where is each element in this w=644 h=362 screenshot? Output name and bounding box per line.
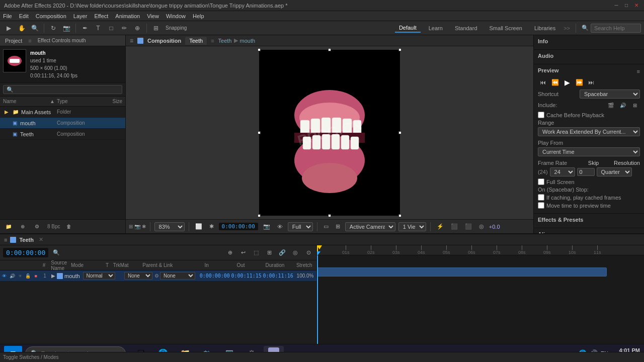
handle-ml[interactable]: [258, 131, 261, 134]
menu-composition[interactable]: Composition: [36, 13, 66, 19]
zoom-select[interactable]: 83% 100% 50%: [154, 222, 185, 231]
panel-menu-icon[interactable]: ≡: [130, 37, 133, 44]
preview-toggle[interactable]: ⊞: [150, 23, 162, 34]
col-size-header[interactable]: Size: [97, 99, 122, 104]
layer-label-icon[interactable]: ■: [32, 273, 39, 280]
canvas-area[interactable]: RRCG.CN: [126, 46, 533, 219]
layer-dur[interactable]: 0:00:11:16: [262, 273, 294, 279]
play-from-select[interactable]: Current Time: [538, 147, 640, 156]
workspace-more-icon[interactable]: >>: [564, 25, 570, 31]
move-time-checkbox[interactable]: [538, 202, 544, 209]
menu-window[interactable]: Window: [166, 13, 186, 19]
project-tab[interactable]: Project ≡ Effect Controls mouth: [0, 35, 125, 46]
tl-tool6[interactable]: ◎: [290, 248, 300, 258]
menu-effect[interactable]: Effect: [94, 13, 108, 19]
select-tool[interactable]: ▶: [3, 23, 14, 34]
layer-mode-select[interactable]: Normal: [83, 272, 115, 280]
resolution-select-preview[interactable]: Quarter Half Full: [597, 167, 632, 176]
project-item-main-assets[interactable]: ▶ 📁 Main Assets Folder: [0, 107, 125, 118]
audio-title[interactable]: Audio: [538, 53, 640, 59]
handle-tc[interactable]: [328, 48, 331, 51]
unified-camera-tool[interactable]: 📷: [61, 23, 72, 34]
workspace-default[interactable]: Default: [395, 24, 421, 33]
toggle-mask-btn[interactable]: ⬜: [193, 222, 204, 231]
puppet-tool[interactable]: ⊕: [132, 23, 143, 34]
project-search-input[interactable]: [3, 85, 122, 94]
info-title[interactable]: Info: [538, 38, 640, 44]
layer-track-bar-mouth[interactable]: [317, 267, 607, 277]
frame-rate-select[interactable]: 24: [550, 167, 575, 176]
zoom-tool[interactable]: 🔍: [29, 23, 40, 34]
layer-stretch[interactable]: 100.0%: [294, 273, 316, 279]
handle-bc[interactable]: [328, 214, 331, 217]
include-audio-btn[interactable]: 🔊: [618, 100, 628, 110]
maximize-button[interactable]: □: [623, 2, 630, 9]
parent-select[interactable]: None: [160, 272, 195, 280]
snapshot-btn[interactable]: 📷: [261, 222, 272, 231]
handle-mr[interactable]: [398, 131, 401, 134]
layer-expand-icon[interactable]: ▶: [51, 273, 55, 279]
menu-file[interactable]: File: [3, 13, 12, 19]
rotate-tool[interactable]: ↻: [48, 23, 59, 34]
transparency-grid[interactable]: ⊞: [334, 222, 342, 231]
tl-search-btn[interactable]: 🔍: [51, 248, 61, 258]
tl-tool4[interactable]: ⊞: [264, 248, 274, 258]
tl-tool7[interactable]: ⊙: [303, 248, 313, 258]
layer-lock-icon[interactable]: 🔓: [25, 273, 32, 280]
caching-checkbox[interactable]: [538, 194, 544, 201]
tl-tool2[interactable]: ↩: [238, 248, 248, 258]
menu-help[interactable]: Help: [193, 13, 204, 19]
timeline-btn[interactable]: ⬛: [449, 222, 460, 231]
paint-tool[interactable]: ✏: [119, 23, 130, 34]
handle-bl[interactable]: [258, 214, 261, 217]
reset-exposure[interactable]: ◎: [477, 222, 486, 231]
handle-tl[interactable]: [258, 48, 261, 51]
shortcut-select[interactable]: Spacebar: [580, 89, 640, 99]
track-content[interactable]: [317, 255, 644, 344]
first-frame-btn[interactable]: ⏮: [538, 77, 548, 87]
preview-menu-icon[interactable]: ≡: [637, 68, 640, 74]
window-controls[interactable]: ─ □ ✕: [613, 2, 640, 9]
project-item-teeth[interactable]: ▣ Teeth Composition: [0, 129, 125, 140]
fast-previews[interactable]: ⚡: [435, 222, 446, 231]
cache-checkbox[interactable]: [538, 112, 544, 118]
shape-tool[interactable]: □: [106, 23, 117, 34]
breadcrumb-mouth[interactable]: mouth: [240, 38, 256, 44]
skip-input[interactable]: [577, 168, 595, 176]
tl-menu-icon[interactable]: ≡: [4, 237, 7, 243]
new-comp-button[interactable]: 📁: [3, 221, 14, 232]
layer-audio-icon[interactable]: 🔊: [9, 273, 16, 280]
col-type-header[interactable]: Type: [57, 99, 97, 104]
include-overflow-btn[interactable]: ⊞: [630, 100, 640, 110]
layer-row-mouth[interactable]: 👁 🔊 ☀ 🔓 ■ 1 ▶ mouth Normal: [0, 270, 316, 282]
resolution-select[interactable]: Full Half Quarter: [288, 222, 313, 231]
project-settings-button[interactable]: ⚙: [31, 221, 42, 232]
flowchart-btn[interactable]: ⬛: [463, 222, 474, 231]
type-tool[interactable]: T: [93, 23, 104, 34]
workspace-libraries[interactable]: Libraries: [530, 24, 559, 32]
layer-out[interactable]: 0:00:11:15: [230, 273, 262, 279]
layer-eye-icon[interactable]: 👁: [1, 273, 8, 280]
next-frame-btn[interactable]: ⏩: [574, 77, 584, 87]
comp-panel-more[interactable]: ≡: [211, 38, 214, 44]
minimize-button[interactable]: ─: [613, 2, 620, 9]
menu-animation[interactable]: Animation: [115, 13, 140, 19]
workspace-small-screen[interactable]: Small Screen: [486, 24, 526, 32]
view-select[interactable]: 1 View: [398, 222, 426, 231]
menu-view[interactable]: View: [147, 13, 159, 19]
region-of-interest[interactable]: ▭: [321, 222, 331, 231]
trkmat-select[interactable]: None: [124, 272, 152, 280]
project-item-mouth[interactable]: ▣ mouth Composition: [0, 118, 125, 129]
effect-controls-tab[interactable]: Effect Controls mouth: [38, 38, 86, 43]
tl-tool5[interactable]: 🔗: [277, 248, 287, 258]
effects-title[interactable]: Effects & Presets: [538, 217, 640, 223]
menu-layer[interactable]: Layer: [73, 13, 88, 19]
delete-button[interactable]: 🗑: [63, 221, 74, 232]
menu-edit[interactable]: Edit: [19, 13, 29, 19]
playhead[interactable]: [317, 255, 318, 344]
last-frame-btn[interactable]: ⏭: [586, 77, 596, 87]
hand-tool[interactable]: ✋: [16, 23, 27, 34]
breadcrumb-teeth[interactable]: Teeth: [218, 38, 232, 44]
tl-tool1[interactable]: ⊕: [225, 248, 235, 258]
comp-tab[interactable]: Teeth: [185, 37, 207, 45]
